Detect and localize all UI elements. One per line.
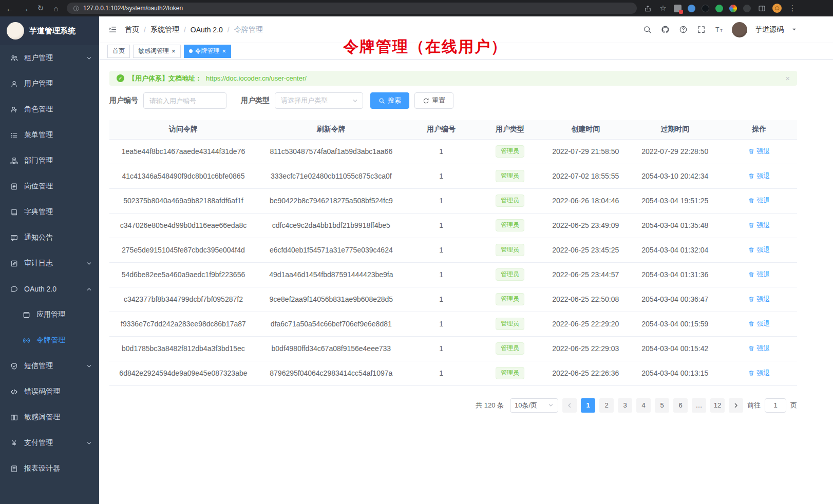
extension-icon[interactable] — [715, 5, 723, 12]
page-size-select[interactable]: 10条/页 — [510, 398, 558, 413]
breadcrumb-separator: / — [228, 26, 230, 34]
user-type-cell: 管理员 — [477, 336, 542, 361]
tab-sensitive[interactable]: 敏感词管理× — [133, 45, 181, 58]
page-button-1[interactable]: 1 — [581, 398, 595, 413]
username[interactable]: 芋道源码 — [755, 25, 784, 34]
tab-token[interactable]: 令牌管理× — [184, 45, 232, 58]
breadcrumb-item[interactable]: 系统管理 — [150, 25, 179, 34]
search-button[interactable]: 搜索 — [370, 92, 409, 109]
sidebar-item-dict[interactable]: 字典管理 — [0, 199, 99, 225]
sidebar-item-oauth-token[interactable]: 令牌管理 — [0, 327, 99, 353]
dept-icon — [10, 157, 19, 165]
profile-avatar[interactable]: ☺ — [772, 4, 782, 13]
next-page-button[interactable] — [729, 398, 743, 413]
sidebar-item-oauth-app[interactable]: 应用管理 — [0, 302, 99, 327]
force-logout-button[interactable]: 强退 — [748, 270, 770, 279]
refresh-token-cell: dfa6c71a50a54c66bef706ef9e6e8d81 — [257, 312, 405, 336]
user-type-badge: 管理员 — [496, 268, 524, 281]
page-button-12[interactable]: 12 — [710, 398, 725, 413]
create-time-cell: 2022-07-02 18:55:55 — [543, 164, 629, 188]
force-logout-button[interactable]: 强退 — [748, 147, 770, 156]
delete-icon — [748, 370, 754, 376]
force-logout-button[interactable]: 强退 — [748, 295, 770, 304]
force-logout-button[interactable]: 强退 — [748, 319, 770, 328]
extension-icon[interactable] — [688, 5, 695, 12]
info-icon[interactable] — [73, 4, 80, 13]
page-button-2[interactable]: 2 — [599, 398, 614, 413]
tab-home[interactable]: 首页 — [107, 45, 130, 58]
home-icon[interactable]: ⌂ — [51, 4, 61, 13]
force-logout-label: 强退 — [756, 196, 770, 205]
reload-icon[interactable]: ↻ — [36, 4, 45, 13]
column-header-4: 创建时间 — [543, 120, 629, 139]
sidebar-item-post[interactable]: 岗位管理 — [0, 173, 99, 199]
sidebar-item-label: 敏感词管理 — [24, 413, 60, 422]
force-logout-button[interactable]: 强退 — [748, 221, 770, 230]
breadcrumb-item[interactable]: OAuth 2.0 — [191, 26, 223, 34]
url-bar[interactable]: 127.0.0.1:1024/system/oauth2/token — [67, 3, 637, 14]
sidebar-item-user[interactable]: 用户管理 — [0, 71, 99, 96]
app: 芋道管理系统 租户管理用户管理角色管理菜单管理部门管理岗位管理字典管理通知公告审… — [0, 16, 833, 504]
page-button-6[interactable]: 6 — [673, 398, 688, 413]
sidebar-item-sensitive[interactable]: 敏感词管理 — [0, 404, 99, 430]
extension-icon[interactable] — [743, 5, 751, 12]
force-logout-button[interactable]: 强退 — [748, 344, 770, 353]
force-logout-button[interactable]: 强退 — [748, 245, 770, 255]
page-button-3[interactable]: 3 — [618, 398, 632, 413]
sidebar-item-pay[interactable]: 支付管理 — [0, 430, 99, 456]
sidebar-item-errcode[interactable]: 错误码管理 — [0, 379, 99, 404]
alert-doc-link[interactable]: https://doc.iocoder.cn/user-center/ — [206, 74, 307, 82]
force-logout-button[interactable]: 强退 — [748, 369, 770, 378]
user-avatar[interactable] — [732, 22, 747, 37]
sidebar-item-tenant[interactable]: 租户管理 — [0, 45, 99, 71]
breadcrumb-separator: / — [144, 26, 146, 34]
user-type-badge: 管理员 — [496, 367, 524, 379]
share-icon[interactable] — [643, 4, 652, 13]
sidebar-item-oauth[interactable]: OAuth 2.0 — [0, 276, 99, 302]
font-size-icon[interactable]: TT — [714, 25, 724, 35]
user-type-badge: 管理员 — [496, 342, 524, 355]
user-type-badge: 管理员 — [496, 170, 524, 182]
page-button-4[interactable]: 4 — [636, 398, 651, 413]
menu-fold-icon[interactable] — [107, 25, 118, 35]
search-icon[interactable] — [642, 25, 652, 35]
user-type-select[interactable]: 请选择用户类型 — [275, 92, 363, 109]
action-cell: 强退 — [722, 361, 797, 385]
more-pages-button[interactable]: … — [692, 398, 706, 413]
chevron-down-icon — [352, 98, 358, 104]
prev-page-button[interactable] — [562, 398, 577, 413]
force-logout-button[interactable]: 强退 — [748, 171, 770, 181]
goto-page-input[interactable] — [765, 398, 786, 413]
browser-menu-icon[interactable]: ⋮ — [788, 4, 797, 13]
close-icon[interactable]: × — [172, 48, 176, 54]
user-id-input[interactable] — [143, 92, 226, 109]
extension-icon[interactable] — [729, 5, 737, 12]
token-icon — [23, 337, 31, 344]
page-button-5[interactable]: 5 — [655, 398, 669, 413]
close-icon[interactable]: × — [222, 48, 226, 54]
force-logout-button[interactable]: 强退 — [748, 196, 770, 205]
reset-button[interactable]: 重置 — [414, 92, 453, 109]
sidebar-item-menu[interactable]: 菜单管理 — [0, 122, 99, 148]
sidebar-item-notice[interactable]: 通知公告 — [0, 225, 99, 250]
table-row-3: c347026e805e4d99b0d116eae66eda8ccdfc4ce9… — [109, 213, 797, 238]
extension-icon[interactable] — [674, 5, 681, 12]
sidebar-item-audit[interactable]: 审计日志 — [0, 250, 99, 276]
back-icon[interactable]: ← — [5, 4, 14, 13]
github-icon[interactable] — [660, 25, 670, 35]
bookmark-star-icon[interactable]: ☆ — [658, 4, 668, 13]
app-logo[interactable]: 芋道管理系统 — [0, 16, 99, 45]
notice-icon — [10, 234, 19, 242]
extension-icon[interactable] — [702, 5, 709, 12]
sidebar-item-dept[interactable]: 部门管理 — [0, 148, 99, 173]
fullscreen-icon[interactable] — [696, 25, 706, 35]
action-cell: 强退 — [722, 262, 797, 287]
breadcrumb-item[interactable]: 首页 — [125, 25, 139, 34]
help-icon[interactable] — [678, 25, 688, 35]
forward-icon[interactable]: → — [21, 4, 30, 13]
sidebar-item-report[interactable]: 报表设计器 — [0, 456, 99, 481]
sidebar-item-role[interactable]: 角色管理 — [0, 96, 99, 122]
sidebar-item-sms[interactable]: 短信管理 — [0, 353, 99, 379]
close-icon[interactable]: × — [785, 74, 790, 83]
side-panel-icon[interactable] — [757, 4, 766, 13]
